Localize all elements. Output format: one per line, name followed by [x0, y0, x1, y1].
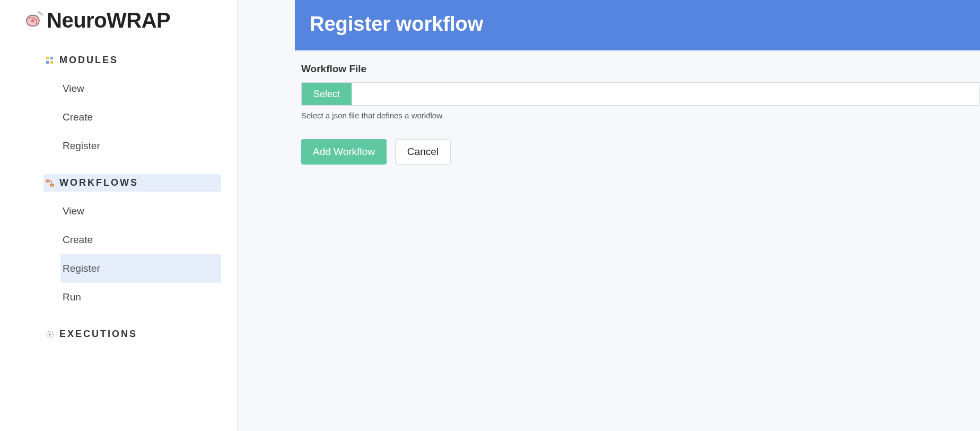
workflow-file-helper: Select a json file that defines a workfl… [301, 111, 980, 120]
app-name: NeuroWRAP [47, 8, 170, 32]
svg-rect-5 [46, 61, 49, 64]
sidebar-item-modules-register[interactable]: Register [63, 132, 221, 160]
nav-section-modules: MODULES View Create Register [0, 51, 237, 170]
sidebar-item-modules-create[interactable]: Create [63, 103, 221, 132]
page-title: Register workflow [310, 13, 965, 36]
nav-section-workflows: WORKFLOWS View Create Register Run [0, 174, 237, 321]
nav-header-modules[interactable]: MODULES [43, 51, 221, 69]
workflow-file-label: Workflow File [301, 63, 980, 75]
svg-rect-3 [46, 57, 49, 59]
add-workflow-button[interactable]: Add Workflow [301, 139, 387, 165]
sidebar-item-workflows-run[interactable]: Run [63, 283, 221, 312]
svg-rect-1 [37, 11, 43, 16]
sidebar-item-workflows-register[interactable]: Register [60, 254, 221, 283]
nav-header-executions[interactable]: EXECUTIONS [43, 325, 221, 343]
nav-header-label: WORKFLOWS [59, 177, 138, 188]
main-content: Register workflow Workflow File Select S… [238, 0, 980, 431]
svg-marker-10 [49, 333, 51, 336]
nav-header-label: EXECUTIONS [59, 329, 137, 340]
modules-icon [46, 56, 54, 65]
sidebar-item-workflows-create[interactable]: Create [63, 226, 221, 254]
select-file-button[interactable]: Select [302, 83, 352, 105]
register-workflow-form: Workflow File Select Select a json file … [295, 50, 980, 165]
page-header: Register workflow [295, 0, 980, 50]
nav-section-executions: EXECUTIONS [0, 325, 237, 343]
workflows-icon [46, 179, 54, 187]
brain-wrap-icon [25, 11, 45, 30]
workflow-file-input[interactable] [352, 83, 979, 105]
cancel-button[interactable]: Cancel [395, 139, 451, 165]
svg-point-2 [31, 19, 34, 22]
sidebar-item-workflows-view[interactable]: View [63, 197, 221, 226]
workflow-file-row: Select [301, 82, 980, 106]
sidebar-item-modules-view[interactable]: View [63, 74, 221, 103]
sidebar: NeuroWRAP MODULES View Create Register [0, 0, 238, 431]
nav-header-workflows[interactable]: WORKFLOWS [43, 174, 221, 192]
executions-icon [46, 330, 54, 339]
svg-rect-7 [46, 180, 49, 182]
svg-rect-8 [50, 184, 54, 186]
svg-rect-4 [50, 57, 53, 59]
app-logo[interactable]: NeuroWRAP [0, 8, 237, 32]
nav-header-label: MODULES [59, 55, 118, 66]
svg-rect-6 [50, 61, 53, 64]
